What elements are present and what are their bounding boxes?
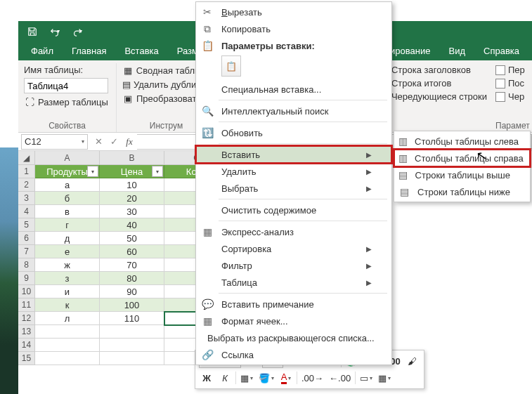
banded-cols-checkbox[interactable]: [495, 92, 505, 102]
row-header-10[interactable]: 10: [18, 285, 35, 298]
row-header-11[interactable]: 11: [18, 298, 35, 312]
cell-B9[interactable]: 80: [100, 272, 164, 285]
bold-button[interactable]: Ж: [199, 370, 214, 386]
confirm-formula-button[interactable]: ✓: [106, 136, 122, 147]
row-header-8[interactable]: 8: [18, 258, 35, 272]
submenu-rows-above[interactable]: ▤Строки таблицы выше: [394, 166, 530, 183]
table-name-input[interactable]: [24, 78, 108, 93]
submenu-rows-below[interactable]: ▤Строки таблицы ниже: [394, 183, 530, 200]
menu-insert[interactable]: Вставить▶: [196, 146, 391, 163]
increase-decimal-button[interactable]: .00→: [300, 370, 325, 386]
submenu-cols-left[interactable]: ▥Столбцы таблицы слева: [394, 133, 530, 150]
tab-insert[interactable]: Вставка: [116, 41, 167, 60]
menu-copy[interactable]: ⧉Копировать: [196, 20, 391, 37]
menu-clear[interactable]: Очистить содержимое: [196, 202, 391, 218]
submenu-cols-right[interactable]: ▥Столбцы таблицы справа: [394, 150, 530, 166]
row-header-3[interactable]: 3: [18, 192, 35, 205]
menu-cut[interactable]: ✂ВВырезатьырезать: [196, 4, 391, 20]
tab-help[interactable]: Справка: [475, 41, 528, 60]
cell-A14[interactable]: [35, 339, 100, 352]
cell-B14[interactable]: [100, 339, 164, 352]
row-header-14[interactable]: 14: [18, 339, 35, 352]
menu-insert-comment[interactable]: 💬Вставить примечание: [196, 296, 391, 313]
insert-cols-right-icon: ▥: [398, 152, 408, 164]
menu-select[interactable]: Выбрать▶: [196, 180, 391, 197]
cell-A5[interactable]: г: [35, 218, 100, 232]
decrease-decimal-button[interactable]: ←.00: [327, 370, 352, 386]
cell-A9[interactable]: з: [35, 272, 100, 285]
menu-paste-special[interactable]: Специальная вставка...: [196, 81, 391, 98]
cell-A6[interactable]: д: [35, 232, 100, 245]
row-header-7[interactable]: 7: [18, 245, 35, 258]
cell-A3[interactable]: б: [35, 192, 100, 205]
cancel-formula-button[interactable]: ✕: [91, 136, 106, 147]
format-painter-button[interactable]: 🖌: [405, 353, 420, 369]
row-header-1[interactable]: 1: [18, 165, 35, 178]
menu-refresh[interactable]: 🔃Обновить: [196, 124, 391, 141]
row-header-5[interactable]: 5: [18, 218, 35, 232]
tab-home[interactable]: Главная: [63, 41, 115, 60]
last-col-checkbox[interactable]: [495, 79, 505, 88]
fill-color-button[interactable]: 🪣: [257, 370, 275, 386]
tab-view[interactable]: Вид: [440, 41, 474, 60]
cell-A2[interactable]: а: [35, 178, 100, 192]
cell-B7[interactable]: 60: [100, 245, 164, 258]
cell-A8[interactable]: ж: [35, 258, 100, 272]
italic-button[interactable]: К: [217, 370, 233, 386]
cell-B6[interactable]: 50: [100, 232, 164, 245]
conditional-format-button[interactable]: ▦: [377, 370, 392, 386]
cell-B10[interactable]: 90: [100, 285, 164, 298]
cell-B15[interactable]: [100, 352, 164, 365]
cell-B5[interactable]: 40: [100, 218, 164, 232]
tab-file[interactable]: Файл: [22, 41, 62, 60]
merge-button[interactable]: ▭: [358, 370, 374, 386]
select-all-corner[interactable]: ◢: [18, 151, 35, 165]
row-header-12[interactable]: 12: [18, 312, 35, 325]
cell-A13[interactable]: [35, 325, 100, 339]
cell-B1[interactable]: Цена▾: [100, 165, 164, 178]
cell-B8[interactable]: 70: [100, 258, 164, 272]
menu-sort[interactable]: Сортировка▶: [196, 240, 391, 257]
cell-B13[interactable]: [100, 325, 164, 339]
cell-B4[interactable]: 30: [100, 205, 164, 218]
row-header-4[interactable]: 4: [18, 205, 35, 218]
menu-smart-lookup[interactable]: 🔍Интеллектуальный поиск: [196, 103, 391, 119]
cell-A11[interactable]: к: [35, 298, 100, 312]
font-color-button[interactable]: A: [278, 370, 294, 386]
save-button[interactable]: [24, 23, 41, 40]
cell-B12[interactable]: 110: [100, 312, 164, 325]
menu-delete[interactable]: Удалить▶: [196, 163, 391, 180]
cell-A10[interactable]: и: [35, 285, 100, 298]
menu-format-cells[interactable]: ▦Формат ячеек...: [196, 313, 391, 329]
cell-B2[interactable]: 10: [100, 178, 164, 192]
border-button[interactable]: ▦: [239, 370, 254, 386]
redo-button[interactable]: ▾: [69, 23, 86, 40]
filter-dropdown-icon[interactable]: ▾: [152, 166, 163, 177]
filter-dropdown-icon[interactable]: ▾: [87, 166, 98, 177]
menu-table[interactable]: Таблица▶: [196, 274, 391, 291]
cell-B3[interactable]: 20: [100, 192, 164, 205]
menu-link[interactable]: 🔗Ссылка: [196, 346, 391, 363]
cell-A15[interactable]: [35, 352, 100, 365]
menu-filter[interactable]: Фильтр▶: [196, 257, 391, 274]
fx-button[interactable]: fx: [122, 136, 137, 147]
col-header-A[interactable]: A: [35, 151, 100, 165]
first-col-checkbox[interactable]: [495, 65, 505, 75]
cell-A1[interactable]: Продукты▾: [35, 165, 100, 178]
cell-B11[interactable]: 100: [100, 298, 164, 312]
paste-default-button[interactable]: 📋: [221, 55, 241, 77]
name-box[interactable]: C12▾: [21, 134, 88, 150]
col-header-B[interactable]: B: [100, 151, 164, 165]
row-header-6[interactable]: 6: [18, 232, 35, 245]
undo-button[interactable]: ▾: [46, 23, 63, 40]
row-header-13[interactable]: 13: [18, 325, 35, 339]
row-header-9[interactable]: 9: [18, 272, 35, 285]
row-header-15[interactable]: 15: [18, 352, 35, 365]
menu-quick-analysis[interactable]: ▦Экспресс-анализ: [196, 223, 391, 240]
row-header-2[interactable]: 2: [18, 178, 35, 192]
cell-A7[interactable]: е: [35, 245, 100, 258]
cell-A12[interactable]: л: [35, 312, 100, 325]
cell-A4[interactable]: в: [35, 205, 100, 218]
resize-table-button[interactable]: ⛶ Размер таблицы: [24, 95, 110, 109]
menu-pick-from-list[interactable]: Выбрать из раскрывающегося списка...: [196, 329, 391, 346]
